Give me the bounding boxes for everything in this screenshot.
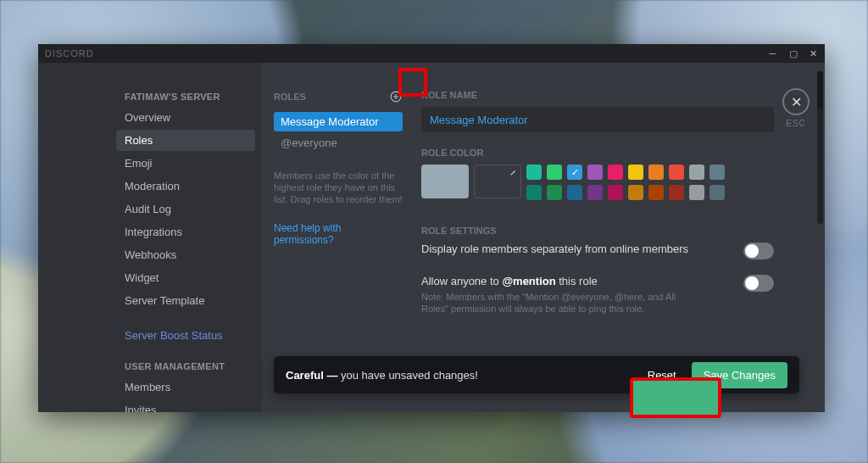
sidebar-item-server-template[interactable]: Server Template xyxy=(116,290,255,311)
save-changes-button[interactable]: Save Changes xyxy=(692,362,787,388)
unsaved-changes-bar: Careful — you have unsaved changes! Rese… xyxy=(274,356,799,393)
roles-hint: Members use the color of the highest rol… xyxy=(274,170,403,205)
custom-color-picker[interactable] xyxy=(474,165,521,198)
sidebar-item-emoji[interactable]: Emoji xyxy=(116,153,255,174)
sidebar-item-members[interactable]: Members xyxy=(116,377,255,398)
color-swatch[interactable] xyxy=(648,185,664,200)
roles-header: ROLES xyxy=(274,92,306,102)
color-swatch[interactable] xyxy=(628,185,643,200)
color-swatch[interactable] xyxy=(648,165,664,180)
color-swatch[interactable] xyxy=(628,165,643,180)
default-color-swatch[interactable] xyxy=(421,165,469,198)
color-swatch[interactable] xyxy=(689,185,704,200)
sidebar-item-overview[interactable]: Overview xyxy=(116,107,255,128)
setting-hoist-label: Display role members separately from onl… xyxy=(421,243,688,255)
color-swatch[interactable] xyxy=(567,165,582,180)
settings-sidebar: FATIMAW'S SERVER Overview Roles Emoji Mo… xyxy=(38,63,262,412)
color-swatch[interactable] xyxy=(709,185,725,200)
sidebar-header-user: USER MANAGEMENT xyxy=(125,361,255,371)
close-icon[interactable]: ✕ xyxy=(808,47,820,59)
color-grid xyxy=(526,165,725,200)
sidebar-item-integrations[interactable]: Integrations xyxy=(116,221,255,243)
role-name-label: ROLE NAME xyxy=(421,90,774,100)
role-color-label: ROLE COLOR xyxy=(421,148,774,158)
maximize-icon[interactable]: ▢ xyxy=(787,47,799,59)
color-swatch[interactable] xyxy=(669,165,684,180)
sidebar-item-widget[interactable]: Widget xyxy=(116,267,255,288)
color-swatch[interactable] xyxy=(608,165,623,180)
color-swatch[interactable] xyxy=(587,185,603,200)
color-swatch[interactable] xyxy=(608,185,623,200)
role-settings-label: ROLE SETTINGS xyxy=(421,226,774,236)
permissions-help-link[interactable]: Need help with permissions? xyxy=(274,222,403,246)
sidebar-item-roles[interactable]: Roles xyxy=(116,130,255,151)
color-swatch[interactable] xyxy=(669,185,684,200)
close-settings: ✕ ESC xyxy=(782,88,810,128)
sidebar-item-boost[interactable]: Server Boost Status xyxy=(116,325,255,346)
titlebar: DISCORD ─ ▢ ✕ xyxy=(38,44,825,63)
color-swatch[interactable] xyxy=(547,165,562,180)
color-swatch[interactable] xyxy=(567,185,582,200)
scrollbar[interactable] xyxy=(817,71,823,224)
color-swatch[interactable] xyxy=(526,185,542,200)
sidebar-item-moderation[interactable]: Moderation xyxy=(116,176,255,197)
role-list-item[interactable]: @everyone xyxy=(274,133,403,153)
app-title: DISCORD xyxy=(45,48,94,59)
close-settings-button[interactable]: ✕ xyxy=(782,88,810,115)
color-swatch[interactable] xyxy=(526,165,542,180)
setting-hoist-toggle[interactable] xyxy=(743,243,774,259)
sidebar-item-invites[interactable]: Invites xyxy=(116,399,255,412)
color-swatch[interactable] xyxy=(587,165,603,180)
add-role-button[interactable] xyxy=(389,90,403,103)
sidebar-header-server: FATIMAW'S SERVER xyxy=(125,92,255,102)
minimize-icon[interactable]: ─ xyxy=(767,47,779,59)
eyedropper-icon xyxy=(509,168,518,176)
role-list-item[interactable]: Message Moderator xyxy=(274,112,403,131)
color-swatch[interactable] xyxy=(547,185,562,200)
setting-mention-toggle[interactable] xyxy=(743,275,774,292)
sidebar-item-webhooks[interactable]: Webhooks xyxy=(116,244,255,265)
role-name-input[interactable] xyxy=(421,107,774,132)
color-swatch[interactable] xyxy=(689,165,704,180)
app-window: DISCORD ─ ▢ ✕ FATIMAW'S SERVER Overview … xyxy=(38,44,825,412)
setting-mention-note: Note: Members with the "Mention @everyon… xyxy=(421,291,701,315)
unsaved-message: Careful — you have unsaved changes! xyxy=(286,369,478,382)
color-swatch[interactable] xyxy=(709,165,725,180)
reset-button[interactable]: Reset xyxy=(648,369,676,382)
sidebar-item-audit-log[interactable]: Audit Log xyxy=(116,198,255,220)
setting-mention-label: Allow anyone to @mention this role xyxy=(421,275,701,287)
esc-label: ESC xyxy=(782,119,810,128)
